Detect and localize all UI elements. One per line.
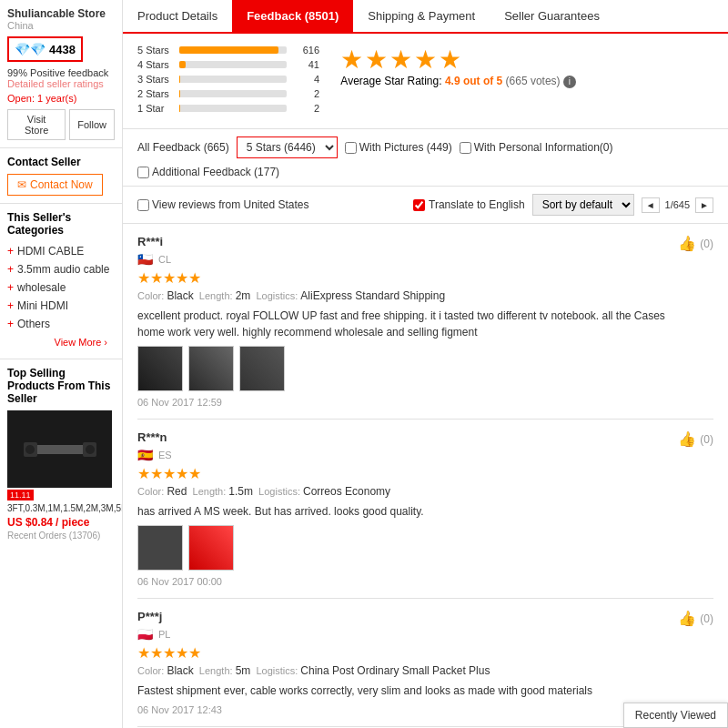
options-bar: View reviews from United States Translat… (123, 187, 728, 224)
reviewer-meta: R***i (137, 235, 671, 248)
bar-count-4: 41 (292, 59, 319, 70)
review-image[interactable] (188, 346, 234, 391)
reviewer-meta: P***j (137, 610, 671, 623)
follow-button[interactable]: Follow (69, 109, 115, 140)
recently-viewed-button[interactable]: Recently Viewed (623, 703, 728, 728)
detailed-ratings-link[interactable]: Detailed seller ratings (7, 78, 115, 89)
email-icon: ✉ (17, 178, 26, 191)
review-main: R***n 🇪🇸 ES ★★★★★ Color: Red Length: 1.5… (137, 430, 671, 587)
tab-feedback[interactable]: Feedback (8501) (232, 0, 353, 32)
reviewer-name: R***n (137, 430, 167, 444)
review-image[interactable] (137, 525, 183, 571)
feedback-percentage: 99% Positive feedback (7, 67, 115, 78)
category-item-others[interactable]: + Others (7, 315, 115, 333)
review-stars: ★★★★★ (137, 465, 671, 482)
bar-fill-4 (179, 61, 186, 68)
reviews-list: R***i 🇨🇱 CL ★★★★★ Color: Black Length: 2… (123, 224, 728, 728)
visit-store-button[interactable]: Visit Store (7, 109, 66, 140)
review-image[interactable] (188, 525, 234, 571)
color-value: Black (167, 289, 193, 302)
review-like: 👍 (0) (678, 430, 713, 448)
like-button[interactable]: 👍 (678, 430, 696, 448)
plus-icon: + (7, 263, 14, 276)
logistics-value: Correos Economy (303, 485, 390, 498)
sort-select[interactable]: Sort by default (532, 194, 634, 216)
review-stars: ★★★★★ (137, 269, 671, 287)
category-item-audio[interactable]: + 3.5mm audio cable (7, 260, 115, 278)
page-info: 1/645 (662, 197, 694, 212)
prev-page-button[interactable]: ◄ (642, 197, 660, 213)
bar-bg-4 (179, 61, 287, 68)
star-row-3: 3 Stars 4 (137, 74, 319, 85)
info-icon[interactable]: i (563, 76, 576, 88)
category-item-hdmi[interactable]: + HDMI CABLE (7, 242, 115, 260)
bar-count-1: 2 (292, 103, 319, 114)
star-label-1: 1 Star (137, 103, 174, 114)
country-code: CL (158, 254, 171, 265)
translate-option[interactable]: Translate to English (413, 198, 525, 211)
review-attrs: Color: Red Length: 1.5m Logistics: Corre… (137, 485, 671, 498)
all-feedback-link[interactable]: All Feedback (665) (137, 141, 229, 154)
length-value: 1.5m (228, 485, 253, 498)
review-image[interactable] (239, 346, 285, 391)
bar-count-2: 2 (292, 88, 319, 99)
review-date: 06 Nov 2017 12:43 (137, 704, 671, 715)
with-personal-label: With Personal Information(0) (474, 141, 613, 154)
additional-feedback-filter[interactable]: Additional Feedback (177) (137, 166, 279, 178)
svg-point-4 (25, 445, 35, 454)
bar-bg-5 (179, 46, 287, 54)
review-attrs: Color: Black Length: 2m Logistics: AliEx… (137, 289, 671, 302)
tab-product-details[interactable]: Product Details (123, 0, 232, 32)
star-row-2: 2 Stars 2 (137, 88, 319, 99)
country-flag: 🇵🇱 (137, 627, 153, 642)
view-more-link[interactable]: View More › (7, 333, 115, 351)
star-label-5: 5 Stars (137, 45, 174, 56)
like-button[interactable]: 👍 (678, 610, 696, 627)
additional-feedback-checkbox[interactable] (137, 167, 149, 178)
avg-rating: ★★★★★ Average Star Rating: 4.9 out of 5 … (340, 45, 576, 88)
svg-point-5 (86, 445, 95, 454)
tab-shipping[interactable]: Shipping & Payment (353, 0, 490, 32)
contact-section: Contact Seller ✉ Contact Now (0, 148, 122, 204)
bar-fill-3 (179, 76, 180, 83)
bar-bg-2 (179, 90, 287, 97)
like-button[interactable]: 👍 (678, 235, 696, 252)
with-pictures-checkbox[interactable] (345, 142, 357, 154)
review-like: 👍 (0) (678, 610, 713, 627)
seller-score: 4438 (49, 43, 76, 56)
review-stars: ★★★★★ (137, 644, 671, 662)
open-years: Open: 1 year(s) (7, 93, 115, 104)
tab-seller-guarantees[interactable]: Seller Guarantees (490, 0, 614, 32)
with-personal-checkbox[interactable] (460, 142, 471, 154)
color-value: Red (167, 485, 187, 498)
view-us-checkbox[interactable] (137, 199, 149, 211)
sale-badge: 11.11 (7, 490, 34, 500)
category-label: Others (17, 318, 50, 330)
review-attrs: Color: Black Length: 5m Logistics: China… (137, 664, 671, 677)
plus-icon: + (7, 245, 14, 258)
sidebar: Shuliancable Store China 💎💎 4438 99% Pos… (0, 0, 123, 728)
with-pictures-filter[interactable]: With Pictures (449) (345, 141, 452, 154)
category-item-minihdmi[interactable]: + Mini HDMI (7, 297, 115, 315)
next-page-button[interactable]: ► (695, 197, 713, 213)
avg-label: Average Star Rating: (340, 75, 441, 87)
color-value: Black (167, 664, 193, 677)
contact-now-button[interactable]: ✉ Contact Now (7, 174, 103, 196)
price-unit: / piece (56, 516, 89, 529)
categories-section: This Seller's Categories + HDMI CABLE + … (0, 204, 122, 359)
stars-filter-select[interactable]: 5 Stars (6446) (237, 136, 338, 158)
diamond-icon: 💎💎 (15, 42, 46, 56)
star-label-3: 3 Stars (137, 74, 174, 85)
seller-country: China (7, 20, 115, 31)
logistics-value: AliExpress Standard Shipping (300, 289, 445, 302)
filter-bar: All Feedback (665) 5 Stars (6446) With P… (123, 129, 728, 187)
seller-info-section: Shuliancable Store China 💎💎 4438 99% Pos… (0, 0, 122, 148)
product-thumbnail[interactable] (7, 410, 112, 488)
view-us-reviews[interactable]: View reviews from United States (137, 198, 309, 211)
translate-checkbox[interactable] (413, 199, 425, 211)
review-image[interactable] (137, 346, 183, 391)
with-personal-filter[interactable]: With Personal Information(0) (460, 141, 613, 154)
category-item-wholesale[interactable]: + wholesale (7, 278, 115, 297)
additional-feedback-label: Additional Feedback (177) (152, 166, 279, 178)
country-code: PL (158, 629, 170, 640)
